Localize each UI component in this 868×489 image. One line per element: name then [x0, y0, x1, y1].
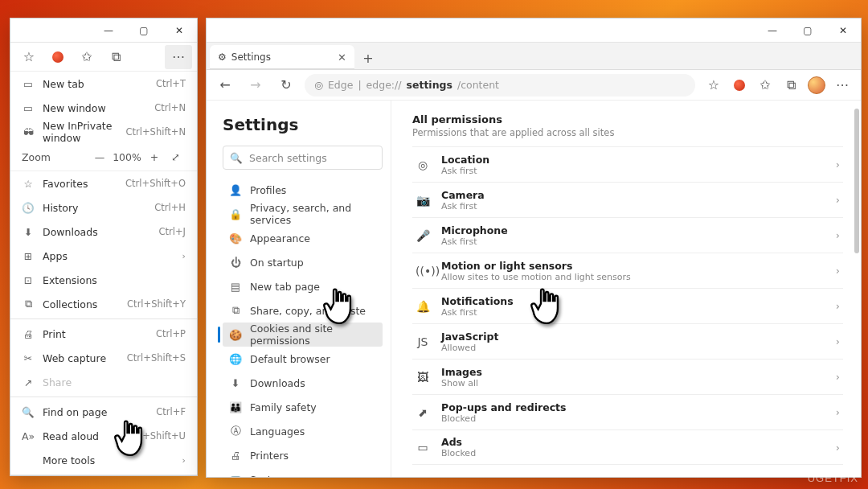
nav-label: Printers — [250, 450, 289, 462]
menu-item-new-inprivate-window[interactable]: 🕶New InPrivate windowCtrl+Shift+N — [10, 120, 197, 144]
tab-close-icon[interactable]: ✕ — [338, 51, 346, 64]
zoom-out-button[interactable]: — — [89, 151, 110, 163]
ext-icon: ⊡ — [22, 273, 35, 286]
permission-icon: ⬈ — [416, 406, 430, 419]
nav-item-on-startup[interactable]: ⏻On startup — [223, 250, 383, 274]
chevron-right-icon: › — [836, 371, 840, 383]
opera-icon[interactable] — [44, 45, 72, 69]
scrollbar-thumb[interactable] — [854, 109, 859, 253]
permissions-list: ◎LocationAsk first›📷CameraAsk first›🎤Mic… — [412, 146, 843, 465]
permission-pop-ups-and-redirects[interactable]: ⬈Pop-ups and redirectsBlocked› — [412, 394, 843, 429]
permission-notifications[interactable]: 🔔NotificationsAsk first› — [412, 288, 843, 323]
nav-icon: ⏻ — [229, 257, 242, 269]
nav-item-share-copy-and-paste[interactable]: ⧉Share, copy, and paste — [223, 298, 383, 323]
chevron-right-icon: › — [836, 229, 840, 241]
menu-item-web-capture[interactable]: ✂Web captureCtrl+Shift+S — [10, 346, 197, 370]
menu-shortcut: Ctrl+T — [156, 78, 186, 89]
collections-icon[interactable]: ⧉ — [779, 73, 803, 97]
more-menu-button[interactable]: ⋯ — [165, 45, 192, 69]
favorites-icon[interactable]: ✩ — [73, 45, 100, 69]
edge-scheme-icon: ◎ — [314, 79, 323, 91]
permission-microphone[interactable]: 🎤MicrophoneAsk first› — [412, 217, 843, 253]
tools-icon — [22, 454, 35, 466]
permission-images[interactable]: 🖼ImagesShow all› — [412, 359, 843, 394]
tab-settings[interactable]: ⚙ Settings ✕ — [210, 45, 354, 69]
refresh-button[interactable]: ↻ — [274, 73, 298, 97]
menu-item-label: Web capture — [43, 352, 119, 364]
nav-item-system[interactable]: 💻System — [223, 467, 383, 477]
more-menu-button[interactable]: ⋯ — [830, 73, 854, 97]
addr-scheme: Edge — [328, 79, 353, 91]
menu-item-read-aloud[interactable]: A»Read aloudCtrl+Shift+U — [10, 424, 197, 448]
nav-item-profiles[interactable]: 👤Profiles — [223, 178, 383, 202]
nav-item-default-browser[interactable]: 🌐Default browser — [223, 347, 383, 371]
minimize-button[interactable]: — — [755, 18, 790, 43]
profile-avatar[interactable] — [805, 73, 829, 97]
menu-item-label: Favorites — [43, 178, 117, 190]
menu-item-collections[interactable]: ⧉CollectionsCtrl+Shift+Y — [10, 292, 197, 316]
nav-item-privacy-search-and-services[interactable]: 🔒Privacy, search, and services — [223, 202, 383, 226]
nav-icon: ⬇ — [229, 377, 242, 389]
permission-location[interactable]: ◎LocationAsk first› — [412, 146, 843, 182]
menu-item-label: Read aloud — [43, 430, 118, 442]
close-button[interactable]: ✕ — [825, 18, 861, 43]
menu-item-apps[interactable]: ⊞Apps› — [10, 244, 197, 268]
menu-shortcut: Ctrl+Shift+S — [127, 352, 186, 364]
nav-label: System — [250, 474, 288, 478]
forward-button[interactable]: → — [244, 73, 268, 97]
nav-label: Cookies and site permissions — [250, 323, 376, 347]
extension-icon[interactable] — [727, 73, 751, 97]
menu-item-downloads[interactable]: ⬇DownloadsCtrl+J — [10, 220, 197, 244]
scrollbar-track[interactable] — [853, 101, 859, 477]
collections-icon[interactable]: ⧉ — [102, 45, 129, 69]
maximize-button[interactable]: ▢ — [790, 18, 825, 43]
menu-item-new-window[interactable]: ▭New windowCtrl+N — [10, 96, 197, 120]
settings-search-input[interactable]: 🔍 Search settings — [223, 146, 383, 170]
back-button[interactable]: ← — [213, 73, 237, 97]
minimize-button[interactable]: — — [91, 18, 126, 43]
menu-item-share[interactable]: ↗Share — [10, 370, 197, 394]
nav-item-appearance[interactable]: 🎨Appearance — [223, 226, 383, 250]
permission-title: Microphone — [441, 224, 825, 236]
menu-item-history[interactable]: 🕓HistoryCtrl+H — [10, 195, 197, 220]
menu-shortcut: Ctrl+N — [154, 102, 186, 113]
nav-item-languages[interactable]: ⒶLanguages — [223, 419, 383, 443]
permission-camera[interactable]: 📷CameraAsk first› — [412, 182, 843, 217]
permission-icon: ◎ — [416, 158, 430, 171]
menu-separator — [10, 397, 197, 397]
menu-item-label: History — [43, 202, 146, 214]
print-icon: 🖨 — [22, 327, 35, 340]
maximize-button[interactable]: ▢ — [126, 18, 162, 43]
menu-item-find-on-page[interactable]: 🔍Find on pageCtrl+F — [10, 400, 197, 424]
settings-left-pane: Settings 🔍 Search settings 👤Profiles🔒Pri… — [207, 101, 391, 477]
close-button[interactable]: ✕ — [162, 18, 197, 43]
favorite-star-icon[interactable]: ☆ — [15, 45, 43, 69]
permission-motion-or-light-sensors[interactable]: ((•))Motion or light sensorsAllow sites … — [412, 253, 843, 288]
nav-label: Default browser — [250, 353, 330, 365]
chevron-right-icon: › — [836, 300, 840, 312]
permission-icon: 🖼 — [416, 371, 430, 384]
nav-item-downloads[interactable]: ⬇Downloads — [223, 371, 383, 395]
menu-item-print[interactable]: 🖨PrintCtrl+P — [10, 322, 197, 346]
fullscreen-button[interactable]: ⤢ — [165, 151, 186, 163]
chevron-right-icon: › — [836, 406, 840, 418]
menu-item-label: Extensions — [43, 274, 186, 286]
permission-javascript[interactable]: JSJavaScriptAllowed› — [412, 323, 843, 359]
menu-item-label: Find on page — [43, 406, 148, 418]
nav-item-new-tab-page[interactable]: ▤New tab page — [223, 274, 383, 298]
menu-item-more-tools[interactable]: More tools› — [10, 448, 197, 472]
favorites-list-icon[interactable]: ✩ — [753, 73, 777, 97]
menu-item-extensions[interactable]: ⊡Extensions — [10, 268, 197, 292]
menu-item-favorites[interactable]: ☆FavoritesCtrl+Shift+O — [10, 171, 197, 195]
browser-menu-window: — ▢ ✕ ☆ ✩ ⧉ ⋯ ▭New tabCtrl+T▭New windowC… — [10, 18, 198, 476]
menu-item-new-tab[interactable]: ▭New tabCtrl+T — [10, 72, 197, 96]
favorite-star-icon[interactable]: ☆ — [702, 73, 726, 97]
new-tab-button[interactable]: + — [356, 47, 380, 69]
nav-item-family-safety[interactable]: 👪Family safety — [223, 395, 383, 419]
zoom-in-button[interactable]: + — [144, 151, 165, 163]
nav-item-cookies-and-site-permissions[interactable]: 🍪Cookies and site permissions — [223, 323, 383, 347]
nav-item-printers[interactable]: 🖨Printers — [223, 443, 383, 467]
permission-ads[interactable]: ▭AdsBlocked› — [412, 429, 843, 465]
nav-label: Share, copy, and paste — [250, 305, 366, 317]
address-bar[interactable]: ◎ Edge | edge://settings/content — [305, 74, 695, 97]
